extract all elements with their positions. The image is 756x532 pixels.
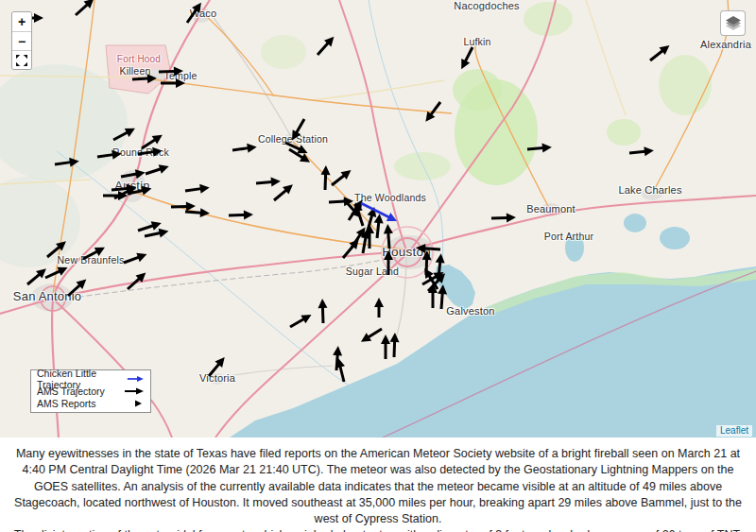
legend-label: AMS Trajectory	[37, 386, 105, 397]
blue-arrow-icon	[127, 374, 145, 384]
layers-icon	[726, 16, 741, 30]
zoom-control: + −	[11, 11, 32, 70]
black-arrow-icon	[124, 386, 145, 396]
expand-icon	[16, 55, 27, 66]
legend-row-chicken-little: Chicken Little Trajectory	[37, 372, 145, 385]
page: WacoNacogdochesLufkinAlexandriaFort Hood…	[0, 0, 756, 532]
caption: Many eyewitnesses in the state of Texas …	[0, 438, 756, 532]
caption-paragraph-2: The disintegration of the asteroidal fra…	[11, 527, 745, 532]
zoom-out-button[interactable]: −	[12, 31, 31, 50]
black-arrowhead-icon	[124, 399, 145, 408]
layers-control[interactable]	[720, 10, 746, 36]
attribution: Leaflet	[716, 425, 752, 437]
map-legend: Chicken Little Trajectory AMS Trajectory…	[30, 369, 151, 413]
caption-paragraph-1: Many eyewitnesses in the state of Texas …	[11, 446, 745, 527]
legend-label: AMS Reports	[37, 398, 95, 409]
leaflet-map[interactable]: WacoNacogdochesLufkinAlexandriaFort Hood…	[0, 0, 756, 438]
leaflet-link[interactable]: Leaflet	[720, 425, 748, 436]
fullscreen-button[interactable]	[12, 50, 31, 69]
zoom-in-button[interactable]: +	[12, 12, 31, 31]
legend-row-ams-reports: AMS Reports	[37, 397, 145, 409]
legend-row-ams-trajectory: AMS Trajectory	[37, 385, 145, 397]
